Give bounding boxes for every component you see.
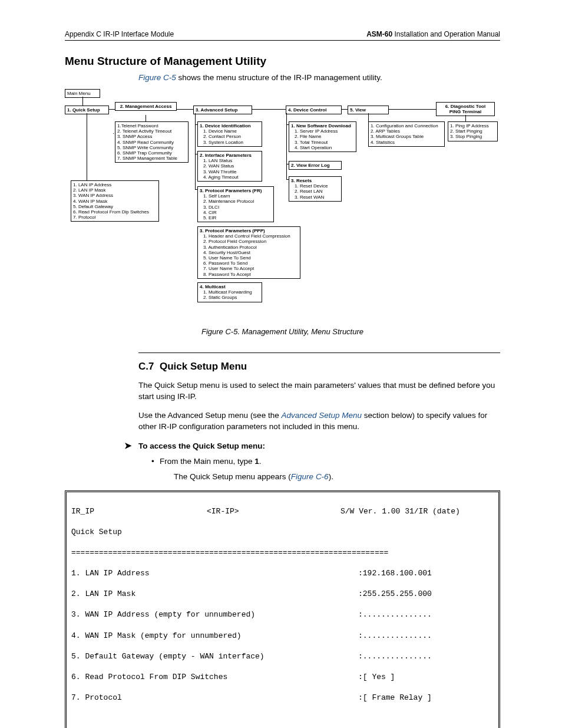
box-dc-swdl: 1. New Software Download 1. Server IP Ad… [289,121,356,152]
figure-ref-link[interactable]: Figure C-5 [138,73,176,82]
terminal-row: 6. Read Protocol From DIP Switches:[ Yes… [71,672,494,683]
box-adv-if: 2. Interface Parameters 1. LAN Status 2.… [197,151,262,182]
procedure-heading: ➤To access the Quick Setup menu: [138,440,500,452]
header-right: ASM-60 Installation and Operation Manual [366,29,500,39]
page-title: Menu Structure of Management Utility [65,54,500,69]
body-paragraph-1: The Quick Setup menu is used to select t… [138,380,500,403]
arrow-icon: ➤ [124,440,135,452]
terminal-row: 2. LAN IP Mask:255.255.255.000 [71,589,494,599]
box-advanced-setup: 3. Advanced Setup [193,106,252,114]
header-left: Appendix C IR-IP Interface Module [65,29,174,39]
terminal-row: 4. WAN IP Mask (empty for unnumbered):..… [71,631,494,641]
box-diag-tool: 6. Diagnostic Tool PING Terminal [436,102,495,116]
box-adv-mc: 4. Multicast 1. Multicast Forwarding 2. … [197,282,262,302]
box-quick-items: 1. LAN IP Address 2. LAN IP Mask 3. WAN … [71,180,159,222]
terminal-subtitle: Quick Setup [71,527,494,538]
terminal-rule: ========================================… [71,548,494,558]
terminal-row: 5. Default Gateway (empty - WAN interfac… [71,651,494,662]
box-dc-err: 2. View Error Log [289,161,342,170]
advanced-setup-link[interactable]: Advanced Setup Menu [281,411,362,420]
subsection-heading: C.7 Quick Setup Menu [138,360,500,374]
terminal-row: 3. WAN IP Address (empty for unnumbered)… [71,610,494,620]
bullet-icon: • [151,456,160,467]
terminal-blank [71,713,494,724]
terminal-header: IR_IP<IR-IP>S/W Ver. 1.00 31/IR (date) [71,506,494,517]
terminal-row: 7. Protocol:[ Frame Relay ] [71,693,494,703]
box-device-control: 4. Device Control [286,106,342,114]
box-view-items: 1. Configuration and Connection 2. ARP T… [368,121,445,147]
section-rule [138,353,500,353]
box-adv-devid: 1. Device Identification 1. Device Name … [197,121,262,147]
body-paragraph-2: Use the Advanced Setup menu (see the Adv… [138,410,500,433]
page-header: Appendix C IR-IP Interface Module ASM-60… [65,29,500,41]
box-adv-fr: 3. Protocol Parameters (FR) 1. Self Lear… [197,186,274,222]
procedure-result: The Quick Setup menu appears (Figure C-6… [174,472,500,482]
procedure-step: •From the Main menu, type 1. [162,456,500,467]
figure-c5-caption: Figure C-5. Management Utility, Menu Str… [65,327,500,337]
box-diag-items: 1. Ping IP Address 2. Start Pinging 3. S… [448,121,498,141]
intro-line: Figure C-5 shows the menu structure of t… [138,73,500,83]
box-mgmt-items: 1.Telenet Password 2. Telenet Activity T… [115,121,189,163]
menu-structure-diagram: Main Menu 1. Quick Setup 2. Management A… [65,89,500,322]
terminal-screen: IR_IP<IR-IP>S/W Ver. 1.00 31/IR (date) Q… [65,490,500,728]
box-adv-ppp: 3. Protocol Parameters (PPP) 1. Header a… [197,226,300,279]
box-management-access: 2. Management Access [115,102,177,111]
terminal-row: 1. LAN IP Address:192.168.100.001 [71,568,494,579]
figure-c6-link[interactable]: Figure C-6 [291,472,329,481]
box-dc-res: 3. Resets 1. Reset Device 2. Reset LAN 3… [289,176,342,202]
